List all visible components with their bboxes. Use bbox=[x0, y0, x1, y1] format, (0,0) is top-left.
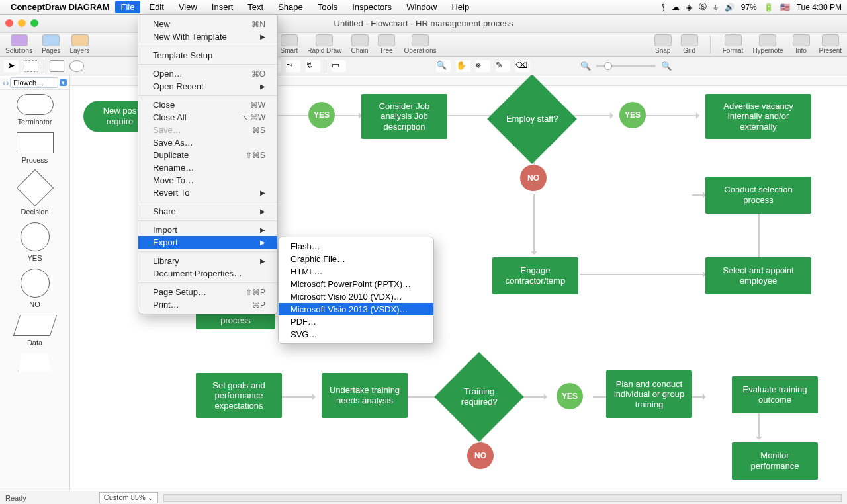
wifi-icon[interactable]: ⏚ bbox=[713, 3, 718, 12]
ellipse-tool[interactable] bbox=[69, 60, 84, 72]
yes-3[interactable]: YES bbox=[557, 383, 583, 409]
menu-file[interactable]: File bbox=[115, 1, 141, 13]
export-item-microsoft-visio-2013-vsdx-[interactable]: Microsoft Visio 2013 (VSDX)… bbox=[279, 303, 433, 315]
yes-2[interactable]: YES bbox=[619, 102, 646, 128]
close-icon[interactable] bbox=[5, 19, 13, 27]
export-item-graphic-file-[interactable]: Graphic File… bbox=[279, 253, 433, 265]
rect-tool[interactable] bbox=[50, 60, 64, 72]
node-employ-staff[interactable]: Employ staff? bbox=[487, 75, 577, 164]
node-plan-training[interactable]: Plan and conduct individual or group tra… bbox=[606, 370, 692, 418]
tb-rapid-draw[interactable]: Rapid Draw bbox=[307, 34, 341, 54]
minimize-icon[interactable] bbox=[18, 19, 26, 27]
eraser-icon[interactable]: ⌫ bbox=[515, 60, 530, 72]
status-icon-1[interactable]: ⟆ bbox=[662, 3, 665, 12]
stamp-tool[interactable]: ⎈ bbox=[476, 60, 490, 72]
yes-1[interactable]: YES bbox=[308, 102, 335, 128]
traffic-lights[interactable] bbox=[5, 19, 38, 27]
node-select-appoint[interactable]: Select and appoint employee bbox=[705, 257, 811, 294]
menu-edit[interactable]: Edit bbox=[143, 1, 169, 13]
menu-item-open-recent[interactable]: Open Recent▶ bbox=[138, 80, 277, 93]
menu-insert[interactable]: Insert bbox=[206, 1, 240, 13]
tb-present[interactable]: Present bbox=[819, 34, 842, 54]
menu-item-import[interactable]: Import▶ bbox=[138, 224, 277, 236]
connector-2[interactable]: ⤳ bbox=[286, 60, 300, 72]
app-name[interactable]: ConceptDraw DIAGRAM bbox=[11, 2, 110, 12]
node-engage-contractor[interactable]: Engage contractor/temp bbox=[492, 257, 578, 294]
zoom-icon[interactable] bbox=[30, 19, 38, 27]
menu-item-move-to-[interactable]: Move To… bbox=[138, 174, 277, 187]
export-item-flash-[interactable]: Flash… bbox=[279, 240, 433, 253]
menu-item-rename-[interactable]: Rename… bbox=[138, 161, 277, 174]
node-set-goals[interactable]: Set goals and performance expectations bbox=[196, 373, 282, 418]
tb-format[interactable]: Format bbox=[723, 34, 744, 54]
pan-tool[interactable]: ✋ bbox=[456, 60, 470, 72]
menu-shape[interactable]: Shape bbox=[272, 1, 309, 13]
tb-grid[interactable]: Grid bbox=[681, 34, 698, 54]
tb-pages[interactable]: Pages bbox=[42, 34, 60, 54]
menu-item-close[interactable]: Close⌘W bbox=[138, 99, 277, 111]
menu-item-close-all[interactable]: Close All⌥⌘W bbox=[138, 111, 277, 124]
node-training-analysis[interactable]: Undertake training needs analysis bbox=[322, 373, 408, 418]
cloud-icon[interactable]: ☁ bbox=[672, 3, 680, 12]
text-tool[interactable]: ▭ bbox=[332, 60, 346, 72]
menu-inspectors[interactable]: Inspectors bbox=[346, 1, 398, 13]
export-item-pdf-[interactable]: PDF… bbox=[279, 315, 433, 328]
menu-text[interactable]: Text bbox=[242, 1, 269, 13]
menu-tools[interactable]: Tools bbox=[312, 1, 343, 13]
tb-layers[interactable]: Layers bbox=[70, 34, 90, 54]
volume-icon[interactable]: 🔊 bbox=[725, 3, 735, 12]
shape-item[interactable] bbox=[0, 353, 69, 374]
menu-item-duplicate[interactable]: Duplicate⇧⌘S bbox=[138, 149, 277, 161]
zoom-in-icon-2[interactable]: 🔍 bbox=[661, 61, 672, 71]
menu-item-export[interactable]: Export▶ bbox=[138, 236, 277, 249]
menu-item-library[interactable]: Library▶ bbox=[138, 255, 277, 267]
nav-back-icon[interactable]: ‹ bbox=[3, 79, 5, 87]
zoom-select[interactable]: Custom 85% ⌄ bbox=[99, 492, 158, 503]
menu-item-save-as-[interactable]: Save As… bbox=[138, 136, 277, 149]
shape-process[interactable]: Process bbox=[0, 132, 69, 164]
tb-chain[interactable]: Chain bbox=[351, 34, 368, 54]
node-conduct-selection[interactable]: Conduct selection process bbox=[705, 177, 811, 214]
menu-view[interactable]: View bbox=[173, 1, 203, 13]
menu-item-page-setup-[interactable]: Page Setup…⇧⌘P bbox=[138, 286, 277, 298]
no-1[interactable]: NO bbox=[520, 165, 547, 191]
tb-smart[interactable]: Smart bbox=[281, 34, 298, 54]
export-item-svg-[interactable]: SVG… bbox=[279, 328, 433, 341]
tb-solutions[interactable]: Solutions bbox=[5, 34, 32, 54]
node-advertise[interactable]: Advertise vacancy internally and/or exte… bbox=[705, 94, 811, 139]
menu-item-template-setup[interactable]: Template Setup bbox=[138, 49, 277, 62]
shape-no[interactable]: NO bbox=[0, 269, 69, 308]
node-process[interactable]: process bbox=[196, 312, 275, 329]
node-evaluate-outcome[interactable]: Evaluate training outcome bbox=[732, 376, 818, 413]
flag-icon[interactable]: 🇺🇸 bbox=[780, 3, 790, 12]
no-2[interactable]: NO bbox=[467, 442, 494, 469]
menu-window[interactable]: Window bbox=[400, 1, 443, 13]
node-monitor-performance[interactable]: Monitor performance bbox=[732, 442, 818, 480]
export-item-html-[interactable]: HTML… bbox=[279, 265, 433, 278]
node-consider[interactable]: Consider Job analysis Job description bbox=[361, 94, 447, 139]
pointer-tool[interactable]: ➤ bbox=[4, 60, 19, 72]
tb-snap[interactable]: Snap bbox=[654, 34, 672, 54]
battery-icon[interactable]: 🔋 bbox=[764, 3, 774, 12]
zoom-out-icon[interactable]: 🔍 bbox=[580, 61, 591, 71]
zoom-slider[interactable] bbox=[596, 65, 656, 67]
tb-tree[interactable]: Tree bbox=[378, 34, 395, 54]
menu-item-new[interactable]: New⌘N bbox=[138, 18, 277, 30]
dropdown-icon[interactable]: ▾ bbox=[60, 79, 67, 86]
shape-yes[interactable]: YES bbox=[0, 222, 69, 262]
library-selector[interactable]: Flowch… bbox=[10, 77, 58, 88]
clock[interactable]: Tue 4:30 PM bbox=[797, 3, 842, 12]
tb-operations[interactable]: Operations bbox=[404, 34, 437, 54]
shape-terminator[interactable]: Terminator bbox=[0, 94, 69, 126]
menu-item-open-[interactable]: Open…⌘O bbox=[138, 67, 277, 80]
horizontal-scrollbar[interactable] bbox=[163, 494, 842, 502]
select-tool[interactable] bbox=[24, 60, 38, 72]
tb-hypernote[interactable]: Hypernote bbox=[752, 34, 783, 54]
shape-decision[interactable]: Decision bbox=[0, 171, 69, 216]
export-item-microsoft-visio-2010-vdx-[interactable]: Microsoft Visio 2010 (VDX)… bbox=[279, 290, 433, 303]
tb-info[interactable]: Info bbox=[793, 34, 810, 54]
menu-help[interactable]: Help bbox=[445, 1, 475, 13]
connector-3[interactable]: ↯ bbox=[306, 60, 320, 72]
nav-fwd-icon[interactable]: › bbox=[7, 79, 9, 87]
zoom-in-icon[interactable]: 🔍 bbox=[436, 60, 451, 72]
